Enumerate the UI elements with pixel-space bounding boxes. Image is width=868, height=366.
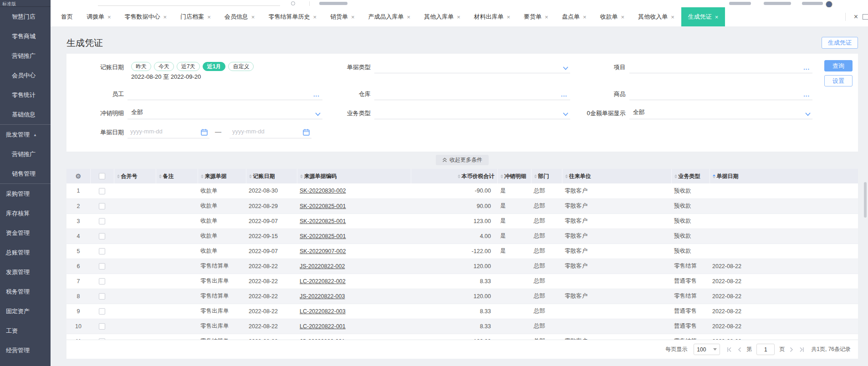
sidebar-item[interactable]: 批发管理▲ <box>0 125 51 144</box>
sidebar-item[interactable]: 会员中心 <box>0 66 51 85</box>
online-service-item-fragment[interactable] <box>802 2 823 5</box>
tab-item[interactable]: 产成品入库单× <box>362 7 418 26</box>
sidebar-item[interactable]: 销售管理 <box>0 164 51 183</box>
tab-item[interactable]: 盘点单× <box>555 7 593 26</box>
close-all-tabs-button[interactable]: × <box>850 13 862 21</box>
tab-item[interactable]: 收款单× <box>593 7 632 26</box>
column-settings-gear-icon[interactable]: ⚙ <box>75 173 81 180</box>
tab-item[interactable]: 销货单× <box>323 7 362 26</box>
table-row[interactable]: 9零售出库单2022-08-22LC-20220822-0038.33总部普通零… <box>66 304 858 319</box>
tab-item[interactable]: 其他收入单× <box>631 7 681 26</box>
first-page-button[interactable] <box>726 347 733 352</box>
date-preset-pill[interactable]: 近7天 <box>177 62 200 71</box>
sidebar-item[interactable]: 税务管理 <box>0 282 51 301</box>
sort-icon[interactable] <box>534 174 537 178</box>
employee-picker[interactable]: ... <box>128 88 322 100</box>
sort-asc-icon[interactable] <box>713 174 715 178</box>
business-type-select[interactable] <box>374 107 570 119</box>
tab-item[interactable]: 首页 <box>54 7 80 26</box>
last-page-button[interactable] <box>798 347 805 352</box>
doc-date-start-input[interactable]: yyyy-mm-dd <box>128 126 209 138</box>
ellipsis-picker-icon[interactable]: ... <box>803 64 810 71</box>
table-row[interactable]: 2收款单2022-08-29SK-20220825-00190.00是总部零散客… <box>66 198 858 214</box>
date-preset-pill[interactable]: 今天 <box>154 62 174 71</box>
tab-close-icon[interactable]: × <box>715 14 719 20</box>
row-checkbox[interactable] <box>99 338 105 340</box>
sidebar-item[interactable]: 智慧门店 <box>0 7 51 26</box>
source-doc-code-link[interactable]: SK-20220825-001 <box>300 233 346 239</box>
sort-icon[interactable] <box>674 174 677 178</box>
sidebar-item[interactable]: 总账管理 <box>0 243 51 262</box>
sidebar-item[interactable]: 采购管理 <box>0 184 51 203</box>
select-all-checkbox[interactable] <box>99 173 105 179</box>
sidebar-item[interactable]: 零售统计 <box>0 85 51 105</box>
sidebar-item[interactable]: 经营管理 <box>0 341 51 360</box>
product-picker[interactable]: ... <box>629 88 812 100</box>
calendar-icon[interactable] <box>201 129 208 136</box>
tab-item[interactable]: 要货单× <box>517 7 555 26</box>
prev-page-button[interactable] <box>737 347 742 352</box>
row-checkbox[interactable] <box>99 263 105 269</box>
warehouse-picker[interactable]: ... <box>374 88 570 100</box>
table-row[interactable]: 4收款单2022-09-15SK-20220825-0014.00是总部零散客户… <box>66 229 858 244</box>
global-search-underline[interactable] <box>98 5 280 6</box>
tab-close-icon[interactable]: × <box>313 14 317 20</box>
table-row[interactable]: 10零售出库单2022-08-22LC-20220822-0018.33总部普通… <box>66 319 858 334</box>
row-checkbox[interactable] <box>99 188 105 194</box>
tab-close-icon[interactable]: × <box>671 14 674 20</box>
message-item-fragment[interactable] <box>729 2 751 5</box>
row-checkbox[interactable] <box>99 278 105 285</box>
writeoff-detail-select[interactable]: 全部 <box>128 107 322 119</box>
collapse-conditions-button[interactable]: 收起更多条件 <box>436 155 489 165</box>
row-checkbox[interactable] <box>99 203 105 209</box>
tab-close-icon[interactable]: × <box>507 14 511 20</box>
source-doc-code-link[interactable]: JS-20220822-002 <box>300 263 345 269</box>
table-row[interactable]: 6零售结算单2022-08-22JS-20220822-002120.00总部零… <box>66 259 858 274</box>
next-page-button[interactable] <box>789 347 794 352</box>
sidebar-item[interactable]: 零售商城 <box>0 26 51 46</box>
source-doc-code-link[interactable]: LC-20220822-003 <box>300 308 346 315</box>
source-doc-code-link[interactable]: SK-20220825-001 <box>300 203 346 209</box>
vertical-scrollbar-thumb[interactable] <box>864 182 867 218</box>
tab-item[interactable]: 零售结算单历史× <box>261 7 323 26</box>
query-button[interactable]: 查询 <box>824 60 853 71</box>
source-doc-code-link[interactable]: LC-20220822-001 <box>300 323 346 330</box>
row-checkbox[interactable] <box>99 248 105 254</box>
sidebar-item[interactable]: 基础信息 <box>0 105 51 124</box>
calendar-icon[interactable] <box>303 129 310 136</box>
top-bar-item-fragment[interactable] <box>319 2 347 5</box>
table-row[interactable]: 7零售出库单2022-08-22LC-20220822-0028.33总部普通零… <box>66 274 858 289</box>
sidebar-item[interactable]: 营销推广 <box>0 46 51 66</box>
date-preset-pill[interactable]: 自定义 <box>228 62 254 71</box>
tab-item[interactable]: 零售数据中心× <box>118 7 174 26</box>
zero-amount-select[interactable]: 全部 <box>629 107 812 119</box>
tab-close-icon[interactable]: × <box>351 14 355 20</box>
tab-close-icon[interactable]: × <box>407 14 411 20</box>
sort-icon[interactable] <box>300 174 303 178</box>
tab-item[interactable]: 会员信息× <box>218 7 262 26</box>
tab-close-icon[interactable]: × <box>621 14 625 20</box>
per-page-select[interactable]: 100 <box>694 344 720 355</box>
generate-voucher-button[interactable]: 生成凭证 <box>822 37 858 49</box>
table-row[interactable]: 3收款单2022-09-07SK-20220825-001123.00是总部零散… <box>66 214 858 229</box>
doc-date-end-input[interactable]: yyyy-mm-dd <box>230 126 311 138</box>
date-preset-pill[interactable]: 近1月 <box>203 62 226 71</box>
tab-close-icon[interactable]: × <box>163 14 167 20</box>
tab-active[interactable]: 生成凭证× <box>681 7 725 26</box>
project-picker[interactable]: ... <box>629 61 812 73</box>
sort-icon[interactable] <box>201 174 204 178</box>
sort-icon[interactable] <box>500 174 503 178</box>
source-doc-code-link[interactable]: SK-20220825-001 <box>300 218 346 224</box>
sidebar-item[interactable]: 营销推广 <box>0 144 51 164</box>
row-checkbox[interactable] <box>99 308 105 315</box>
source-doc-code-link[interactable]: SK-20220907-002 <box>300 248 346 254</box>
tab-list-expand-icon[interactable] <box>863 14 868 20</box>
avatar[interactable] <box>826 1 832 7</box>
tab-close-icon[interactable]: × <box>545 14 548 20</box>
tab-close-icon[interactable]: × <box>583 14 587 20</box>
tab-close-icon[interactable]: × <box>251 14 255 20</box>
sort-icon[interactable] <box>565 174 568 178</box>
table-row[interactable]: 8零售结算单2022-08-22JS-20220822-003120.00总部零… <box>66 289 858 304</box>
tab-item[interactable]: 材料出库单× <box>467 7 517 26</box>
table-row[interactable]: 5收款单2022-09-07SK-20220907-002-122.00是总部零… <box>66 244 858 259</box>
